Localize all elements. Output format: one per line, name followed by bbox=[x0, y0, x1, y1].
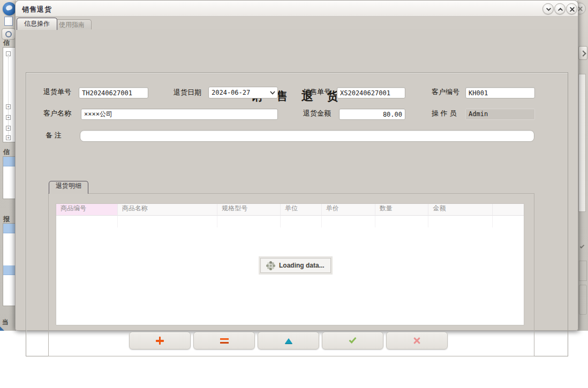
expand-button[interactable] bbox=[554, 3, 566, 14]
sidebar-section-label: 信 bbox=[3, 148, 10, 157]
add-row-button[interactable] bbox=[129, 332, 191, 349]
check-icon bbox=[580, 244, 584, 248]
background-right-panel bbox=[577, 0, 588, 331]
chevron-up-icon bbox=[557, 6, 563, 12]
tree-expand-icon[interactable]: + bbox=[6, 104, 11, 109]
delete-row-button[interactable] bbox=[193, 332, 255, 349]
collapse-button[interactable] bbox=[542, 3, 554, 14]
move-up-button[interactable] bbox=[258, 332, 319, 349]
plus-icon bbox=[156, 337, 164, 345]
sales-no-label: 销售单号 bbox=[303, 87, 331, 98]
loading-indicator: Loading data... bbox=[260, 258, 331, 273]
resize-grip bbox=[0, 326, 5, 331]
spinner-icon bbox=[269, 264, 272, 267]
sidebar-section-label: 报 bbox=[3, 215, 10, 224]
return-amount-input[interactable] bbox=[339, 109, 405, 120]
background-box bbox=[579, 285, 587, 315]
sales-no-input[interactable] bbox=[337, 87, 405, 98]
selected-row[interactable] bbox=[3, 265, 16, 275]
column-header-unit[interactable]: 单位 bbox=[281, 204, 322, 216]
cancel-button[interactable] bbox=[386, 332, 448, 349]
column-header-product-no[interactable]: 商品编号 bbox=[56, 204, 118, 216]
column-header-quantity[interactable]: 数量 bbox=[375, 204, 429, 216]
return-date-select[interactable]: 2024-06-27 bbox=[208, 87, 278, 98]
close-button[interactable] bbox=[566, 3, 577, 14]
remark-input[interactable] bbox=[80, 130, 534, 142]
tab-user-guide[interactable]: 使用指南 bbox=[52, 19, 92, 30]
sidebar-section-label: 信 bbox=[3, 39, 10, 48]
dialog-titlebar[interactable]: 销售退货 bbox=[16, 1, 578, 17]
sidebar-tree[interactable]: - + + + + bbox=[3, 47, 16, 142]
table-row[interactable] bbox=[56, 216, 524, 227]
screen: 信 - + + + + 信 报 当 bbox=[0, 0, 588, 388]
column-header-unit-price[interactable]: 单价 bbox=[322, 204, 375, 216]
close-icon bbox=[569, 6, 575, 12]
statusbar-label: 当 bbox=[2, 318, 9, 327]
app-logo-icon bbox=[3, 2, 16, 16]
return-date-label: 退货日期 bbox=[174, 88, 201, 99]
chevron-down-icon bbox=[546, 6, 552, 12]
search-icon[interactable] bbox=[2, 28, 16, 40]
column-header-product-name[interactable]: 商品名称 bbox=[118, 204, 218, 216]
dialog-tabstrip: 信息操作 使用指南 bbox=[16, 17, 578, 29]
column-header-blank bbox=[493, 204, 524, 216]
operator-label: 操 作 员 bbox=[432, 109, 456, 120]
tree-expand-icon[interactable]: + bbox=[6, 126, 11, 131]
return-date-value: 2024-06-27 bbox=[212, 89, 250, 96]
chevron-down-icon bbox=[270, 91, 275, 95]
minus-icon bbox=[220, 338, 229, 344]
scrollbar[interactable] bbox=[578, 74, 586, 212]
tab-info-operation[interactable]: 信息操作 bbox=[17, 18, 57, 30]
sales-return-dialog: 销售退货 信息操作 使用指南 销 售 退 货 bbox=[15, 0, 578, 331]
customer-no-label: 客户编号 bbox=[432, 87, 459, 98]
background-sidebar: 信 - + + + + 信 报 当 bbox=[0, 0, 16, 331]
save-button[interactable] bbox=[322, 332, 383, 349]
tree-guide-line bbox=[8, 57, 9, 136]
tab-page: 销 售 退 货 退货单号 退货日期 2024-06-27 销售单号 客户编号 客… bbox=[16, 29, 578, 330]
return-no-input[interactable] bbox=[79, 87, 148, 98]
remark-label: 备 注 bbox=[46, 131, 62, 142]
triangle-up-icon bbox=[285, 338, 292, 344]
collapse-panel-icon[interactable] bbox=[578, 46, 587, 60]
cross-icon bbox=[413, 337, 421, 345]
sidebar-list[interactable] bbox=[3, 156, 16, 199]
document-icon bbox=[4, 17, 13, 26]
loading-text: Loading data... bbox=[279, 262, 325, 269]
customer-name-label: 客户名称 bbox=[43, 109, 71, 120]
column-header-amount[interactable]: 金额 bbox=[428, 204, 493, 216]
return-amount-label: 退货金额 bbox=[303, 109, 331, 120]
dialog-title: 销售退货 bbox=[22, 5, 52, 14]
tree-expand-icon[interactable]: + bbox=[6, 135, 11, 140]
tree-collapse-icon[interactable]: - bbox=[6, 51, 11, 56]
tree-expand-icon[interactable]: + bbox=[6, 115, 11, 120]
customer-name-input[interactable] bbox=[81, 109, 278, 120]
column-header-spec-model[interactable]: 规格型号 bbox=[217, 204, 281, 216]
check-icon bbox=[349, 336, 357, 343]
background-box bbox=[579, 261, 587, 281]
operator-field: Admin bbox=[465, 109, 535, 120]
selected-row[interactable] bbox=[3, 224, 16, 233]
tab-return-details[interactable]: 退货明细 bbox=[49, 181, 88, 194]
selected-row[interactable] bbox=[3, 157, 16, 166]
table-header-row: 商品编号 商品名称 规格型号 单位 单价 数量 金额 bbox=[56, 204, 524, 216]
return-no-label: 退货单号 bbox=[43, 87, 71, 98]
sidebar-list[interactable] bbox=[3, 223, 16, 306]
customer-no-input[interactable] bbox=[465, 87, 535, 98]
